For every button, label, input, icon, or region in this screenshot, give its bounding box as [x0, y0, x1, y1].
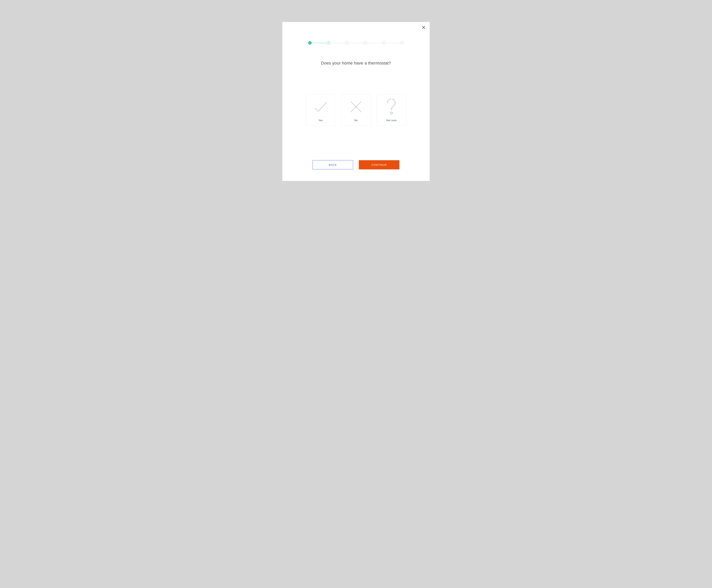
progress-stepper: 2 3 4 5 6: [308, 41, 404, 45]
close-icon: [422, 26, 425, 30]
svg-point-4: [391, 112, 393, 114]
button-row: BACK CONTINUE: [298, 160, 414, 169]
step-label: 6: [402, 42, 403, 44]
step-4: 4: [363, 41, 367, 45]
option-label: No: [354, 119, 358, 122]
step-label: 3: [346, 42, 347, 44]
step-label: 2: [328, 42, 329, 44]
step-3: 3: [345, 41, 349, 45]
options-group: Yes No Not sure: [298, 94, 414, 126]
check-icon: [309, 42, 311, 44]
option-label: Not sure: [386, 119, 396, 122]
continue-button[interactable]: CONTINUE: [359, 160, 399, 169]
option-yes[interactable]: Yes: [306, 94, 336, 126]
question-heading: Does your home have a thermostat?: [298, 61, 414, 66]
option-label: Yes: [318, 119, 323, 122]
step-5: 5: [382, 41, 385, 45]
step-1: [308, 41, 312, 45]
check-icon: [306, 94, 335, 119]
cross-icon: [341, 94, 371, 119]
close-button[interactable]: [422, 26, 425, 30]
step-2: 2: [327, 41, 330, 45]
step-label: 4: [365, 42, 366, 44]
option-not-sure[interactable]: Not sure: [377, 94, 406, 126]
step-6: 6: [400, 41, 404, 45]
modal-dialog: 2 3 4 5 6 Does your home have a thermost…: [282, 22, 430, 181]
step-label: 5: [383, 42, 384, 44]
question-mark-icon: [377, 94, 406, 119]
option-no[interactable]: No: [341, 94, 371, 126]
back-button[interactable]: BACK: [313, 160, 353, 169]
